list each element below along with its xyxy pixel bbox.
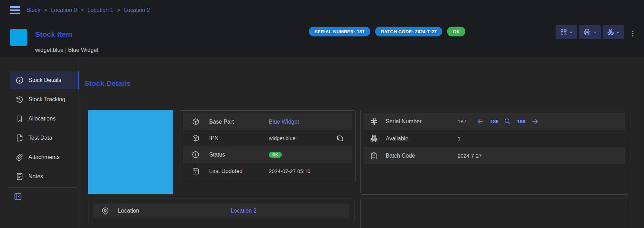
breadcrumb-location-2[interactable]: Location 2 [124,7,150,13]
arrow-left-icon [476,117,485,126]
table-row-available: Available 1 [364,130,625,147]
dots-vertical-icon [629,28,637,39]
sidebar-divider [9,187,77,188]
history-icon [15,95,24,104]
printer-icon [583,28,591,36]
top-navigation-bar: Stock > Location 0 > Location 1 > Locati… [0,0,644,20]
sidebar-item-attachments[interactable]: Attachments [10,148,79,166]
empty-panel [360,199,628,228]
status-ok-badge: OK [447,27,465,36]
sidebar-item-label: Test Data [28,135,52,141]
sidebar-item-label: Stock Details [28,77,61,83]
part-image[interactable] [88,110,173,194]
search-icon [504,118,511,125]
map-pin-icon [101,207,118,215]
more-options-button[interactable] [628,27,637,40]
serial-number-value: 187 [458,118,466,124]
page-subtitle: widget.blue | Blue Widget [35,47,98,53]
copy-button[interactable] [336,134,344,142]
sidebar-item-test-data[interactable]: Test Data [10,129,79,147]
header-action-buttons [556,25,624,39]
packages-icon [607,28,615,36]
table-row-location: Location Location 2 [93,203,349,218]
available-value: 1 [458,136,625,141]
next-serial-link[interactable]: 188 [517,119,525,124]
page-title: Stock Item [35,30,72,39]
breadcrumb-location-0[interactable]: Location 0 [51,7,77,13]
sidebar-item-stock-details[interactable]: Stock Details [10,71,79,89]
next-serial-button[interactable] [531,117,539,126]
base-part-link[interactable]: Blue Widget [269,119,299,125]
last-updated-value: 2024-07-27 05:10 [269,168,352,174]
batch-code-badge: BATCH CODE: 2024-7-27 [375,27,442,36]
table-row-batch-code: Batch Code 2024-7-27 [364,147,625,164]
row-label: Batch Code [386,153,458,159]
stock-operations-button[interactable] [603,25,624,39]
box-icon [192,134,209,142]
breadcrumb-stock[interactable]: Stock [26,7,40,13]
stock-item-page: Stock > Location 0 > Location 1 > Locati… [0,0,644,228]
printing-actions-button[interactable] [579,25,601,39]
location-table: Location Location 2 [88,199,354,222]
previous-serial-link[interactable]: 186 [490,119,498,124]
table-row-serial-number: Serial Number 187 186 [364,113,625,130]
stock-sidebar: Stock Details Stock Tracking Allocations [0,57,79,228]
panel-collapse-left-icon [13,192,22,201]
sidebar-item-label: Notes [28,173,43,180]
info-circle-icon [15,76,24,84]
sidebar-item-label: Stock Tracking [28,96,65,103]
sidebar-item-stock-tracking[interactable]: Stock Tracking [10,91,79,108]
stock-availability-table: Serial Number 187 186 [360,110,628,195]
breadcrumb-separator: > [117,7,120,13]
section-divider [84,97,632,97]
header-badges: SERIAL NUMBER: 187 BATCH CODE: 2024-7-27… [309,27,465,36]
row-label: Location [118,208,231,214]
row-label: Available [386,136,458,142]
copy-icon [336,134,344,142]
qrcode-icon [560,28,567,36]
ipn-value: widget.blue [269,135,296,141]
search-serial-button[interactable] [504,118,511,125]
box-icon [192,118,209,126]
table-row-last-updated: Last Updated 2024-07-27 05:10 [183,163,352,179]
location-link[interactable]: Location 2 [231,208,257,214]
sidebar-collapse-button[interactable] [13,191,23,202]
chevron-down-icon [569,30,573,35]
table-row-status: Status OK [183,146,352,163]
arrow-right-icon [531,117,539,126]
chevron-down-icon [592,30,597,35]
breadcrumb-separator: > [44,7,47,13]
notes-icon [15,172,24,181]
status-ok-badge: OK [269,152,282,158]
breadcrumb-separator: > [81,7,84,13]
packages-icon [370,134,386,143]
paperclip-icon [15,153,24,161]
stock-details-panel: Stock Details Base Part Blue Widget [79,57,644,228]
sidebar-item-label: Attachments [28,154,60,160]
serial-navigation: 186 188 [476,117,539,126]
breadcrumb-location-1[interactable]: Location 1 [87,7,113,13]
batch-code-value: 2024-7-27 [458,153,625,159]
hash-icon [370,117,386,126]
serial-number-badge: SERIAL NUMBER: 187 [309,27,370,36]
sidebar-item-label: Allocations [28,116,55,122]
table-row-ipn: IPN widget.blue [183,130,352,146]
page-header: Stock Item widget.blue | Blue Widget SER… [0,20,644,57]
calendar-icon [192,167,209,175]
chevron-down-icon [616,30,620,35]
row-label: Status [209,152,269,158]
previous-serial-button[interactable] [476,117,485,126]
breadcrumb: Stock > Location 0 > Location 1 > Locati… [26,7,150,13]
table-row-base-part: Base Part Blue Widget [183,113,352,130]
file-check-icon [15,134,24,142]
row-label: Last Updated [209,168,269,174]
menu-icon[interactable] [10,6,20,14]
bookmark-icon [15,115,24,123]
part-details-table: Base Part Blue Widget IPN widget.blue [180,110,356,182]
section-heading: Stock Details [84,79,131,88]
part-thumbnail[interactable] [10,29,27,46]
sidebar-item-notes[interactable]: Notes [10,168,79,185]
sidebar-item-allocations[interactable]: Allocations [10,110,79,127]
barcode-actions-button[interactable] [556,25,577,39]
row-label: IPN [209,135,269,141]
